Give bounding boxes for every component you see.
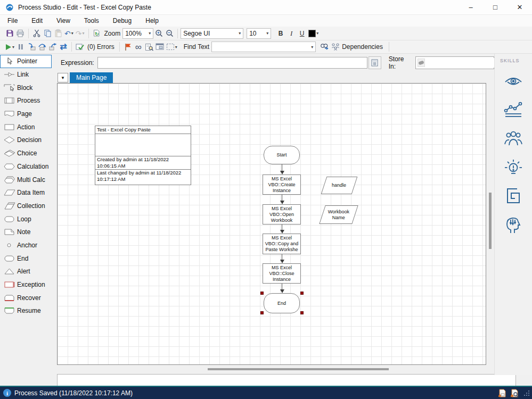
menu-help[interactable]: Help — [145, 17, 159, 24]
data-item-workbook-name[interactable]: Workbook Name — [319, 205, 358, 224]
maximize-button[interactable]: □ — [483, 0, 508, 15]
redo-button[interactable]: ↷▾ — [75, 28, 86, 39]
link-arrow[interactable] — [280, 254, 284, 263]
find-text-combo[interactable]: ▾ — [211, 41, 316, 52]
underline-button[interactable]: U — [297, 28, 307, 39]
log-search-icon[interactable] — [510, 389, 519, 397]
dependencies-button[interactable]: Dependencies — [330, 41, 386, 53]
menu-view[interactable]: View — [56, 17, 70, 24]
step-in-button[interactable] — [26, 41, 37, 53]
horizontal-scrollbar-thumb[interactable] — [208, 368, 389, 370]
toolbox-item-choice[interactable]: Choice — [0, 147, 53, 160]
link-arrow[interactable] — [280, 225, 284, 234]
expression-builder-button[interactable] — [369, 56, 381, 69]
toolbox-item-process[interactable]: Process — [0, 94, 53, 107]
watch-button[interactable]: ∞ — [133, 41, 144, 53]
toolbox-item-decision[interactable]: Decision — [0, 134, 53, 147]
stage-create-instance[interactable]: MS Excel VBO::Create Instance — [263, 174, 301, 195]
link-arrow[interactable] — [280, 164, 284, 174]
collaboration-icon[interactable] — [503, 128, 523, 148]
log-page-icon[interactable] — [498, 389, 506, 397]
selection-handle[interactable] — [300, 311, 304, 314]
data-item-handle[interactable]: handle — [321, 177, 358, 194]
toolbox-item-resume[interactable]: Resume — [0, 304, 53, 318]
problem-solving-icon[interactable] — [503, 157, 523, 177]
toolbox-item-multi-calc[interactable]: Multi Calc — [0, 173, 53, 186]
minimize-button[interactable]: – — [459, 0, 483, 15]
undo-button[interactable]: ↶▾ — [63, 28, 75, 39]
page-list-dropdown[interactable]: ▼ — [58, 73, 68, 82]
toolbox-item-exception[interactable]: Exception — [0, 278, 53, 292]
toolbox-item-page[interactable]: Page — [0, 107, 53, 121]
zoom-out-button[interactable] — [164, 28, 175, 39]
link-arrow[interactable] — [280, 284, 284, 293]
fullscreen-button[interactable] — [154, 41, 165, 53]
process-search-button[interactable] — [144, 41, 154, 53]
toolbox-item-block[interactable]: Block — [0, 81, 53, 94]
resize-grip[interactable] — [523, 389, 530, 396]
selection-handle[interactable] — [260, 311, 264, 314]
zoom-select[interactable]: 100%▾ — [122, 28, 153, 39]
reset-button[interactable]: ⇄ — [58, 41, 69, 53]
toolbox-item-loop[interactable]: Loop — [0, 212, 53, 226]
selection-mode-button[interactable]: ▾ — [165, 41, 178, 53]
breakpoint-button[interactable] — [122, 41, 133, 53]
link-arrow[interactable] — [280, 195, 284, 204]
play-button[interactable]: ▾ — [4, 41, 15, 53]
toolbox-item-pointer[interactable]: Pointer — [0, 55, 52, 68]
pause-button[interactable] — [15, 41, 26, 53]
toolbox-item-end[interactable]: End — [0, 252, 53, 265]
cut-button[interactable] — [31, 28, 42, 39]
toolbox-item-action[interactable]: Action — [0, 120, 53, 134]
paste-button[interactable] — [53, 28, 63, 39]
toolbox-item-data-item[interactable]: Data Item — [0, 186, 53, 200]
toolbox-item-link[interactable]: Link — [0, 68, 53, 81]
stage-open-workbook[interactable]: MS Excel VBO::Open Workbook — [263, 204, 301, 225]
italic-button[interactable]: I — [286, 28, 297, 39]
toolbox-item-collection[interactable]: Collection — [0, 200, 53, 213]
vertical-scrollbar[interactable] — [489, 193, 492, 249]
tab-main-page[interactable]: Main Page — [70, 72, 113, 83]
bold-button[interactable]: B — [275, 28, 286, 39]
font-size-select[interactable]: 10▾ — [247, 28, 271, 39]
font-color-button[interactable]: ▾ — [307, 28, 320, 39]
print-button[interactable] — [15, 28, 26, 39]
process-info-note[interactable]: Test - Excel Copy Paste Created by admin… — [95, 126, 191, 185]
store-in-field[interactable] — [415, 56, 494, 69]
copy-button[interactable] — [42, 28, 53, 39]
refresh-view-button[interactable]: ↻ — [92, 28, 102, 39]
expression-input[interactable] — [97, 57, 367, 69]
process-diagram-canvas[interactable]: Test - Excel Copy Paste Created by admin… — [57, 83, 486, 365]
toolbox-item-calculation[interactable]: Calculation — [0, 160, 53, 173]
errors-count-label[interactable]: (0) Errors — [87, 43, 114, 51]
toolbox-item-note[interactable]: Note — [0, 226, 53, 239]
selection-handle[interactable] — [300, 292, 304, 295]
menu-tools[interactable]: Tools — [84, 17, 99, 24]
menu-debug[interactable]: Debug — [113, 17, 132, 24]
menu-edit[interactable]: Edit — [31, 17, 43, 24]
stage-close-instance[interactable]: MS Excel VBO::Close Instance — [263, 263, 301, 284]
close-button[interactable]: ✕ — [508, 0, 532, 15]
knowledge-insight-icon[interactable] — [503, 186, 523, 206]
horizontal-scrollbar[interactable] — [57, 365, 486, 373]
toolbox-item-anchor[interactable]: Anchor — [0, 239, 53, 252]
toolbox-item-alert[interactable]: Alert — [0, 265, 53, 278]
find-next-button[interactable] — [319, 41, 330, 53]
visual-perception-icon[interactable] — [503, 71, 523, 91]
planning-sequencing-icon[interactable] — [503, 99, 523, 120]
menu-file[interactable]: File — [7, 17, 18, 24]
toolbox-item-recover[interactable]: Recover — [0, 291, 53, 304]
stage-start[interactable]: Start — [264, 146, 300, 164]
app-logo-icon — [5, 3, 14, 12]
save-button[interactable] — [4, 28, 15, 39]
stage-copy-paste-worksheet[interactable]: MS Excel VBO::Copy and Paste Workshe — [263, 234, 301, 254]
step-out-button[interactable] — [47, 41, 58, 53]
zoom-in-button[interactable] — [153, 28, 164, 39]
stage-end[interactable]: End — [264, 293, 300, 313]
learning-icon[interactable] — [503, 214, 523, 235]
selection-handle[interactable] — [260, 292, 264, 295]
validate-button[interactable] — [75, 41, 85, 53]
step-over-button[interactable] — [37, 41, 47, 53]
font-name-select[interactable]: Segoe UI▾ — [181, 28, 243, 39]
eraser-icon[interactable] — [418, 59, 425, 67]
